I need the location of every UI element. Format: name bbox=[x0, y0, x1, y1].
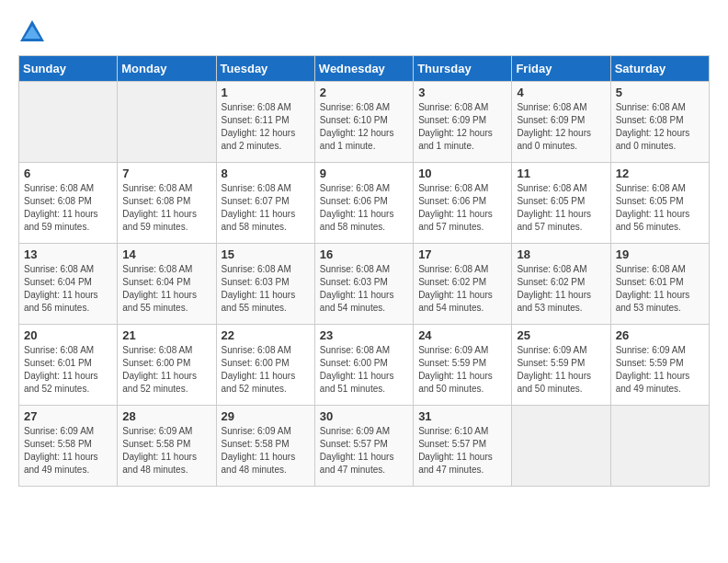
calendar-cell: 10Sunrise: 6:08 AM Sunset: 6:06 PM Dayli… bbox=[414, 163, 512, 244]
day-content: Sunrise: 6:09 AM Sunset: 5:59 PM Dayligh… bbox=[616, 344, 704, 396]
calendar-cell: 31Sunrise: 6:10 AM Sunset: 5:57 PM Dayli… bbox=[414, 406, 512, 487]
day-number: 6 bbox=[24, 167, 112, 180]
day-number: 16 bbox=[320, 247, 408, 261]
page-header bbox=[18, 18, 710, 46]
day-number: 22 bbox=[222, 328, 310, 342]
day-content: Sunrise: 6:08 AM Sunset: 6:06 PM Dayligh… bbox=[320, 182, 408, 234]
day-content: Sunrise: 6:09 AM Sunset: 5:58 PM Dayligh… bbox=[24, 425, 112, 477]
calendar-cell bbox=[610, 406, 709, 487]
week-row-1: 1Sunrise: 6:08 AM Sunset: 6:11 PM Daylig… bbox=[19, 82, 710, 163]
day-content: Sunrise: 6:08 AM Sunset: 6:04 PM Dayligh… bbox=[24, 263, 112, 315]
day-content: Sunrise: 6:08 AM Sunset: 6:08 PM Dayligh… bbox=[616, 101, 704, 153]
day-content: Sunrise: 6:08 AM Sunset: 6:00 PM Dayligh… bbox=[122, 344, 210, 396]
calendar-cell: 5Sunrise: 6:08 AM Sunset: 6:08 PM Daylig… bbox=[610, 82, 709, 163]
week-row-4: 20Sunrise: 6:08 AM Sunset: 6:01 PM Dayli… bbox=[19, 325, 710, 406]
header-cell-friday: Friday bbox=[512, 56, 610, 82]
day-number: 4 bbox=[517, 86, 605, 99]
week-row-2: 6Sunrise: 6:08 AM Sunset: 6:08 PM Daylig… bbox=[19, 163, 710, 244]
calendar-cell: 1Sunrise: 6:08 AM Sunset: 6:11 PM Daylig… bbox=[216, 82, 314, 163]
week-row-5: 27Sunrise: 6:09 AM Sunset: 5:58 PM Dayli… bbox=[19, 406, 710, 487]
day-content: Sunrise: 6:09 AM Sunset: 5:57 PM Dayligh… bbox=[320, 425, 408, 477]
day-number: 14 bbox=[122, 247, 210, 261]
calendar-cell: 22Sunrise: 6:08 AM Sunset: 6:00 PM Dayli… bbox=[216, 325, 314, 406]
calendar-cell: 11Sunrise: 6:08 AM Sunset: 6:05 PM Dayli… bbox=[512, 163, 610, 244]
day-content: Sunrise: 6:10 AM Sunset: 5:57 PM Dayligh… bbox=[418, 425, 506, 477]
day-content: Sunrise: 6:08 AM Sunset: 6:10 PM Dayligh… bbox=[320, 101, 408, 153]
day-number: 10 bbox=[418, 167, 506, 180]
day-number: 25 bbox=[517, 328, 605, 342]
day-number: 30 bbox=[320, 409, 408, 423]
calendar-table: SundayMondayTuesdayWednesdayThursdayFrid… bbox=[18, 55, 710, 487]
day-number: 5 bbox=[616, 86, 704, 99]
header-cell-saturday: Saturday bbox=[610, 56, 709, 82]
calendar-header: SundayMondayTuesdayWednesdayThursdayFrid… bbox=[19, 56, 710, 82]
calendar-cell: 20Sunrise: 6:08 AM Sunset: 6:01 PM Dayli… bbox=[19, 325, 118, 406]
calendar-cell: 2Sunrise: 6:08 AM Sunset: 6:10 PM Daylig… bbox=[314, 82, 413, 163]
calendar-cell: 7Sunrise: 6:08 AM Sunset: 6:08 PM Daylig… bbox=[118, 163, 216, 244]
day-content: Sunrise: 6:09 AM Sunset: 5:58 PM Dayligh… bbox=[222, 425, 310, 477]
day-number: 29 bbox=[222, 409, 310, 423]
header-row: SundayMondayTuesdayWednesdayThursdayFrid… bbox=[19, 56, 710, 82]
day-number: 8 bbox=[222, 167, 310, 180]
calendar-cell: 28Sunrise: 6:09 AM Sunset: 5:58 PM Dayli… bbox=[118, 406, 216, 487]
calendar-cell bbox=[118, 82, 216, 163]
day-number: 19 bbox=[616, 247, 704, 261]
day-content: Sunrise: 6:08 AM Sunset: 6:05 PM Dayligh… bbox=[517, 182, 605, 234]
day-content: Sunrise: 6:08 AM Sunset: 6:01 PM Dayligh… bbox=[24, 344, 112, 396]
calendar-cell: 13Sunrise: 6:08 AM Sunset: 6:04 PM Dayli… bbox=[19, 244, 118, 325]
week-row-3: 13Sunrise: 6:08 AM Sunset: 6:04 PM Dayli… bbox=[19, 244, 710, 325]
calendar-cell: 27Sunrise: 6:09 AM Sunset: 5:58 PM Dayli… bbox=[19, 406, 118, 487]
day-content: Sunrise: 6:08 AM Sunset: 6:05 PM Dayligh… bbox=[616, 182, 704, 234]
calendar-cell: 4Sunrise: 6:08 AM Sunset: 6:09 PM Daylig… bbox=[512, 82, 610, 163]
day-number: 2 bbox=[320, 86, 408, 99]
day-number: 24 bbox=[418, 328, 506, 342]
calendar-cell: 19Sunrise: 6:08 AM Sunset: 6:01 PM Dayli… bbox=[610, 244, 709, 325]
day-number: 9 bbox=[320, 167, 408, 180]
day-content: Sunrise: 6:08 AM Sunset: 6:01 PM Dayligh… bbox=[616, 263, 704, 315]
day-number: 13 bbox=[24, 247, 112, 261]
calendar-cell: 18Sunrise: 6:08 AM Sunset: 6:02 PM Dayli… bbox=[512, 244, 610, 325]
day-content: Sunrise: 6:08 AM Sunset: 6:04 PM Dayligh… bbox=[122, 263, 210, 315]
day-content: Sunrise: 6:08 AM Sunset: 6:02 PM Dayligh… bbox=[517, 263, 605, 315]
calendar-cell: 25Sunrise: 6:09 AM Sunset: 5:59 PM Dayli… bbox=[512, 325, 610, 406]
day-number: 26 bbox=[616, 328, 704, 342]
calendar-cell bbox=[512, 406, 610, 487]
calendar-cell bbox=[19, 82, 118, 163]
calendar-cell: 21Sunrise: 6:08 AM Sunset: 6:00 PM Dayli… bbox=[118, 325, 216, 406]
day-content: Sunrise: 6:08 AM Sunset: 6:11 PM Dayligh… bbox=[222, 101, 310, 153]
calendar-cell: 3Sunrise: 6:08 AM Sunset: 6:09 PM Daylig… bbox=[414, 82, 512, 163]
day-number: 3 bbox=[418, 86, 506, 99]
day-content: Sunrise: 6:08 AM Sunset: 6:09 PM Dayligh… bbox=[517, 101, 605, 153]
day-number: 27 bbox=[24, 409, 112, 423]
calendar-cell: 30Sunrise: 6:09 AM Sunset: 5:57 PM Dayli… bbox=[314, 406, 413, 487]
day-content: Sunrise: 6:08 AM Sunset: 6:03 PM Dayligh… bbox=[320, 263, 408, 315]
calendar-cell: 8Sunrise: 6:08 AM Sunset: 6:07 PM Daylig… bbox=[216, 163, 314, 244]
day-number: 20 bbox=[24, 328, 112, 342]
day-content: Sunrise: 6:09 AM Sunset: 5:59 PM Dayligh… bbox=[517, 344, 605, 396]
logo bbox=[18, 18, 50, 46]
day-content: Sunrise: 6:09 AM Sunset: 5:58 PM Dayligh… bbox=[122, 425, 210, 477]
calendar-cell: 17Sunrise: 6:08 AM Sunset: 6:02 PM Dayli… bbox=[414, 244, 512, 325]
calendar-cell: 26Sunrise: 6:09 AM Sunset: 5:59 PM Dayli… bbox=[610, 325, 709, 406]
calendar-cell: 15Sunrise: 6:08 AM Sunset: 6:03 PM Dayli… bbox=[216, 244, 314, 325]
day-content: Sunrise: 6:08 AM Sunset: 6:06 PM Dayligh… bbox=[418, 182, 506, 234]
header-cell-sunday: Sunday bbox=[19, 56, 118, 82]
day-content: Sunrise: 6:08 AM Sunset: 6:07 PM Dayligh… bbox=[222, 182, 310, 234]
day-number: 12 bbox=[616, 167, 704, 180]
day-content: Sunrise: 6:08 AM Sunset: 6:08 PM Dayligh… bbox=[122, 182, 210, 234]
day-number: 1 bbox=[222, 86, 310, 99]
day-content: Sunrise: 6:09 AM Sunset: 5:59 PM Dayligh… bbox=[418, 344, 506, 396]
day-number: 18 bbox=[517, 247, 605, 261]
day-number: 15 bbox=[222, 247, 310, 261]
header-cell-tuesday: Tuesday bbox=[216, 56, 314, 82]
calendar-cell: 6Sunrise: 6:08 AM Sunset: 6:08 PM Daylig… bbox=[19, 163, 118, 244]
day-content: Sunrise: 6:08 AM Sunset: 6:09 PM Dayligh… bbox=[418, 101, 506, 153]
header-cell-monday: Monday bbox=[118, 56, 216, 82]
day-content: Sunrise: 6:08 AM Sunset: 6:08 PM Dayligh… bbox=[24, 182, 112, 234]
day-content: Sunrise: 6:08 AM Sunset: 6:00 PM Dayligh… bbox=[222, 344, 310, 396]
day-number: 23 bbox=[320, 328, 408, 342]
day-number: 31 bbox=[418, 409, 506, 423]
calendar-body: 1Sunrise: 6:08 AM Sunset: 6:11 PM Daylig… bbox=[19, 82, 710, 487]
calendar-cell: 14Sunrise: 6:08 AM Sunset: 6:04 PM Dayli… bbox=[118, 244, 216, 325]
day-number: 28 bbox=[122, 409, 210, 423]
